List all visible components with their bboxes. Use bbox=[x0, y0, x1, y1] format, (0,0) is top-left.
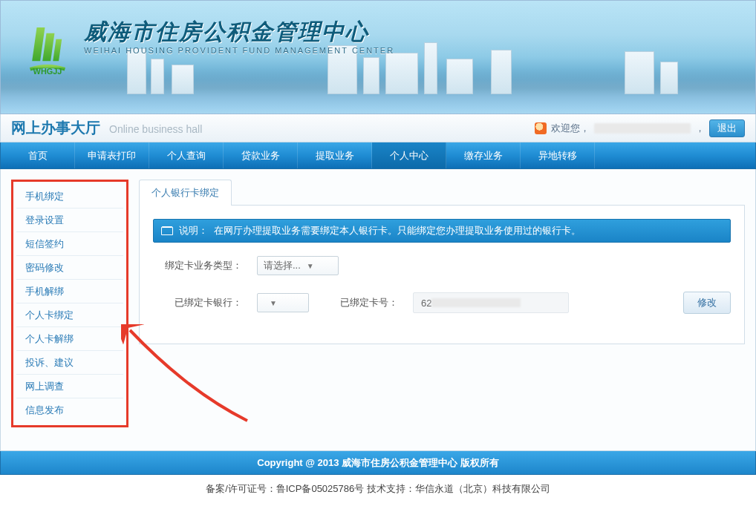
sidebar-item-2[interactable]: 短信签约 bbox=[16, 232, 123, 256]
sidebar-item-6[interactable]: 个人卡解绑 bbox=[16, 327, 123, 351]
sidebar-item-0[interactable]: 手机绑定 bbox=[16, 185, 123, 208]
sidebar-item-7[interactable]: 投诉、建议 bbox=[16, 351, 123, 375]
chevron-down-icon: ▼ bbox=[270, 299, 277, 307]
nav-item-7[interactable]: 异地转移 bbox=[521, 142, 595, 168]
tab-card-binding[interactable]: 个人银行卡绑定 bbox=[139, 180, 232, 206]
top-bar: 网上办事大厅 Online business hall 欢迎您， ， 退出 bbox=[0, 114, 756, 142]
label-biz-type: 绑定卡业务类型： bbox=[153, 259, 242, 272]
select-biz-type[interactable]: 请选择... ▼ bbox=[257, 256, 339, 275]
site-title: 威海市住房公积金管理中心 bbox=[84, 17, 394, 47]
notice-prefix: 说明： bbox=[179, 224, 208, 237]
svg-text:WHGJJ: WHGJJ bbox=[33, 67, 62, 75]
modify-button[interactable]: 修改 bbox=[683, 292, 731, 314]
notice-bar: 说明： 在网厅办理提取业务需要绑定本人银行卡。只能绑定您办理提取业务使用过的银行… bbox=[153, 219, 731, 243]
content-panel: 说明： 在网厅办理提取业务需要绑定本人银行卡。只能绑定您办理提取业务使用过的银行… bbox=[139, 206, 745, 344]
hall-subtitle: Online business hall bbox=[109, 123, 202, 135]
svg-rect-0 bbox=[32, 27, 45, 61]
sidebar-item-8[interactable]: 网上调查 bbox=[16, 375, 123, 398]
nav-item-6[interactable]: 缴存业务 bbox=[446, 142, 521, 168]
svg-rect-1 bbox=[42, 33, 54, 61]
welcome-text: 欢迎您， bbox=[551, 122, 590, 135]
nav-item-2[interactable]: 个人查询 bbox=[149, 142, 224, 168]
notice-text: 在网厅办理提取业务需要绑定本人银行卡。只能绑定您办理提取业务使用过的银行卡。 bbox=[214, 224, 581, 237]
cardno-prefix: 62 bbox=[421, 298, 431, 309]
sidebar-item-5[interactable]: 个人卡绑定 bbox=[16, 303, 123, 327]
site-subtitle: WEIHAI HOUSING PROVIDENT FUND MANAGEMENT… bbox=[84, 46, 394, 55]
notice-icon bbox=[161, 226, 173, 235]
sidebar-item-9[interactable]: 信息发布 bbox=[16, 398, 123, 422]
nav-item-5[interactable]: 个人中心 bbox=[372, 142, 446, 168]
footer-record: 备案/许可证号：鲁ICP备05025786号 技术支持：华信永道（北京）科技有限… bbox=[0, 475, 756, 510]
input-bound-cardno: 62 bbox=[413, 292, 569, 313]
footer-copyright: Copyright @ 2013 威海市住房公积金管理中心 版权所有 bbox=[0, 451, 756, 475]
sidebar-item-1[interactable]: 登录设置 bbox=[16, 208, 123, 232]
cardno-redacted bbox=[431, 298, 521, 307]
svg-rect-2 bbox=[53, 39, 62, 62]
nav-item-0[interactable]: 首页 bbox=[1, 142, 75, 168]
sidebar-highlight-box: 手机绑定登录设置短信签约密码修改手机解绑个人卡绑定个人卡解绑投诉、建议网上调查信… bbox=[11, 180, 128, 427]
select-bound-bank[interactable]: ▼ bbox=[257, 293, 309, 312]
nav-item-3[interactable]: 贷款业务 bbox=[224, 142, 298, 168]
site-logo-icon: WHGJJ bbox=[19, 17, 76, 75]
logout-button[interactable]: 退出 bbox=[709, 119, 745, 137]
user-avatar-icon bbox=[535, 122, 547, 134]
nav-item-4[interactable]: 提取业务 bbox=[298, 142, 372, 168]
nav-item-1[interactable]: 申请表打印 bbox=[75, 142, 149, 168]
select-biz-type-value: 请选择... bbox=[264, 259, 301, 272]
label-bound-bank: 已绑定卡银行： bbox=[153, 296, 242, 309]
username-redacted bbox=[594, 123, 691, 134]
chevron-down-icon: ▼ bbox=[307, 262, 314, 270]
main-nav: 首页申请表打印个人查询贷款业务提取业务个人中心缴存业务异地转移 bbox=[0, 142, 756, 169]
hall-title: 网上办事大厅 bbox=[11, 118, 100, 138]
sidebar-item-4[interactable]: 手机解绑 bbox=[16, 280, 123, 303]
site-banner: WHGJJ 威海市住房公积金管理中心 WEIHAI HOUSING PROVID… bbox=[0, 0, 756, 114]
sidebar-item-3[interactable]: 密码修改 bbox=[16, 256, 123, 280]
label-bound-cardno: 已绑定卡号： bbox=[324, 296, 398, 309]
separator: ， bbox=[695, 122, 705, 135]
